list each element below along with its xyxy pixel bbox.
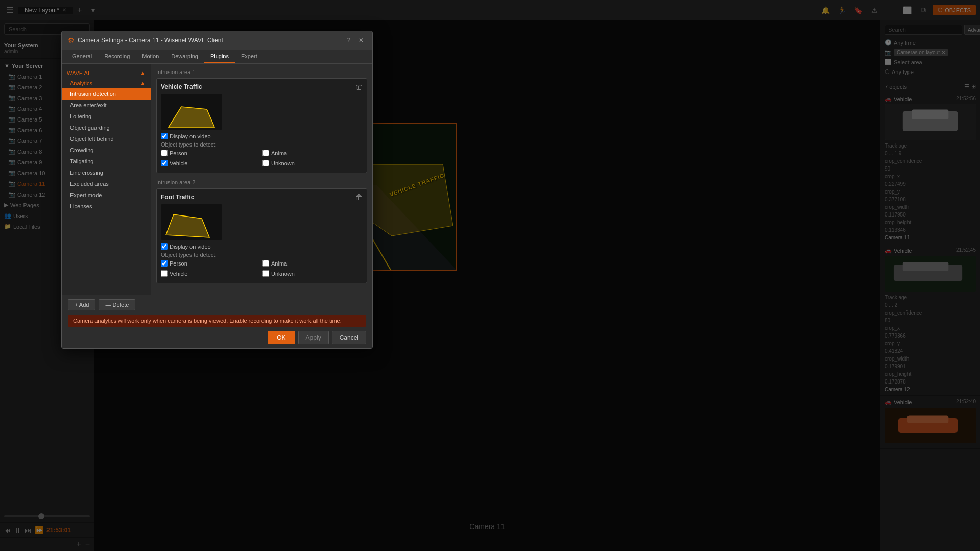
nav-excluded-areas[interactable]: Excluded areas [62,178,151,189]
wave-ai-collapse-icon: ▲ [140,70,146,76]
wave-ai-label: WAVE AI [67,70,89,76]
area2-detect-label: Object types to detect [161,252,363,258]
warning-text: Camera analytics will work only when cam… [73,318,342,324]
area1-animal-checkbox[interactable] [262,150,269,156]
apply-button[interactable]: Apply [298,331,329,344]
area2-unknown-checkbox[interactable] [262,270,269,277]
analytics-collapse-icon: ▲ [140,80,146,86]
dialog-footer: + Add — Delete Camera analytics will wor… [62,295,372,348]
nav-loitering[interactable]: Loitering [62,111,151,122]
area1-unknown-checkbox[interactable] [262,160,269,166]
wave-ai-section[interactable]: WAVE AI ▲ [62,68,151,78]
area2-display-on-video[interactable]: Display on video [161,243,363,250]
area1-person-row[interactable]: Person [161,150,261,156]
area2-type-checkboxes: Person Animal Vehicle [161,260,363,279]
area1-display-on-video[interactable]: Display on video [161,133,363,139]
dialog-action-row: OK Apply Cancel [68,331,366,344]
nav-intrusion-detection[interactable]: Intrusion detection [62,88,151,100]
ok-button[interactable]: OK [268,331,295,344]
area1-animal-row[interactable]: Animal [262,150,363,156]
area1-vehicle-row[interactable]: Vehicle [161,160,261,166]
area2-person-checkbox[interactable] [161,260,168,267]
area2-unknown-label: Unknown [271,271,295,277]
cancel-button[interactable]: Cancel [332,331,366,344]
area1-unknown-label: Unknown [271,160,295,166]
area2-vehicle-label: Vehicle [170,271,187,277]
area2-vehicle-row[interactable]: Vehicle [161,270,261,277]
nav-tailgating[interactable]: Tailgating [62,156,151,167]
nav-line-crossing[interactable]: Line crossing [62,167,151,178]
area1-card: Vehicle Traffic 🗑 [156,78,367,173]
delete-area-button[interactable]: — Delete [99,299,135,310]
area1-person-checkbox[interactable] [161,150,168,156]
area1-delete-icon[interactable]: 🗑 [355,83,363,91]
tab-recording[interactable]: Recording [98,50,136,63]
dialog-content: Intrusion area 1 Vehicle Traffic 🗑 [151,64,372,295]
dialog-body: WAVE AI ▲ Analytics ▲ Intrusion detectio… [62,64,372,295]
area1-title-row: Vehicle Traffic 🗑 [161,83,363,91]
nav-object-guarding[interactable]: Object guarding [62,122,151,133]
nav-object-left-behind[interactable]: Object left behind [62,133,151,145]
tab-plugins[interactable]: Plugins [204,50,235,63]
dialog-help-button[interactable]: ? [344,35,354,45]
area2-title-row: Foot Traffic 🗑 [161,193,363,201]
area2-unknown-row[interactable]: Unknown [262,270,363,277]
area1-detect-label: Object types to detect [161,141,363,148]
area2-preview[interactable] [161,204,222,240]
area2-card: Foot Traffic 🗑 [156,188,367,283]
area1-title: Vehicle Traffic [161,83,202,90]
area1-vehicle-label: Vehicle [170,160,187,166]
dialog-title: ⚙ Camera Settings - Camera 11 - Wisenet … [68,36,223,44]
tab-expert[interactable]: Expert [235,50,264,63]
intrusion-area-2-section: Intrusion area 2 Foot Traffic 🗑 [156,179,367,283]
area1-header: Intrusion area 1 [156,69,367,75]
analytics-section[interactable]: Analytics ▲ [62,78,151,88]
area2-title: Foot Traffic [161,194,194,201]
area2-display-checkbox[interactable] [161,243,168,250]
area2-person-row[interactable]: Person [161,260,261,267]
area2-vehicle-checkbox[interactable] [161,270,168,277]
area2-animal-row[interactable]: Animal [262,260,363,267]
area2-preview-image [161,204,222,240]
area2-display-label: Display on video [170,244,211,250]
area2-delete-icon[interactable]: 🗑 [355,193,363,201]
area1-preview[interactable] [161,94,222,130]
nav-licenses[interactable]: Licenses [62,201,151,212]
add-delete-row: + Add — Delete [68,299,366,310]
area2-header: Intrusion area 2 [156,179,367,185]
area1-display-checkbox[interactable] [161,133,168,139]
intrusion-area-1-section: Intrusion area 1 Vehicle Traffic 🗑 [156,69,367,173]
dialog-close-button[interactable]: ✕ [356,35,366,45]
area2-person-label: Person [170,260,187,267]
area1-type-checkboxes: Person Animal Vehicle [161,150,363,169]
nav-crowding[interactable]: Crowding [62,145,151,156]
dialog-title-icon: ⚙ [68,36,75,44]
nav-expert-mode[interactable]: Expert mode [62,189,151,201]
area1-unknown-row[interactable]: Unknown [262,160,363,166]
tab-general[interactable]: General [66,50,98,63]
area1-animal-label: Animal [271,150,289,156]
area1-person-label: Person [170,150,187,156]
dialog-tabs: General Recording Motion Dewarping Plugi… [62,50,372,64]
nav-area-enter-exit[interactable]: Area enter/exit [62,100,151,111]
dialog-controls: ? ✕ [344,35,366,45]
area1-display-label: Display on video [170,133,211,139]
dialog-left-nav: WAVE AI ▲ Analytics ▲ Intrusion detectio… [62,64,151,295]
add-area-button[interactable]: + Add [68,299,95,310]
area1-preview-image [161,94,222,130]
dialog-overlay: ⚙ Camera Settings - Camera 11 - Wisenet … [0,0,980,551]
camera-settings-dialog: ⚙ Camera Settings - Camera 11 - Wisenet … [61,31,373,349]
dialog-title-bar: ⚙ Camera Settings - Camera 11 - Wisenet … [62,31,372,50]
dialog-title-text: Camera Settings - Camera 11 - Wisenet WA… [78,37,223,44]
area2-animal-label: Animal [271,260,289,267]
tab-dewarping[interactable]: Dewarping [165,50,204,63]
tab-motion[interactable]: Motion [136,50,165,63]
warning-bar: Camera analytics will work only when cam… [68,315,366,327]
area1-vehicle-checkbox[interactable] [161,160,168,166]
area2-animal-checkbox[interactable] [262,260,269,267]
analytics-label: Analytics [70,80,92,86]
